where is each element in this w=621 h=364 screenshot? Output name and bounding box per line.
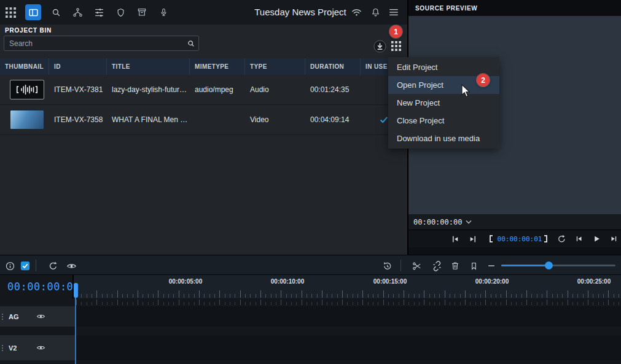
project-bin-panel: PROJECT BIN THUMBNAIL ID TITLE MIMETYPE … <box>0 25 407 255</box>
cell-mimetype: audio/mpeg <box>190 85 245 94</box>
source-preview-title: SOURCE PREVIEW <box>408 5 477 12</box>
cut-scissors-icon[interactable] <box>410 260 423 272</box>
step-annotation-1: 1 <box>389 25 402 38</box>
col-mimetype[interactable]: MIMETYPE <box>190 58 245 75</box>
search-box <box>4 36 199 51</box>
col-id[interactable]: ID <box>49 58 107 75</box>
ruler-label: 00:00:05:00 <box>169 278 202 285</box>
workflow-icon[interactable] <box>71 6 84 19</box>
source-preview-header: SOURCE PREVIEW <box>408 0 621 16</box>
toolbar-divider <box>36 260 36 271</box>
audio-waveform-thumbnail <box>10 80 44 99</box>
zoom-slider-fill <box>501 265 549 266</box>
ruler-label: 00:00:15:00 <box>373 278 407 285</box>
media-table-header: THUMBNAIL ID TITLE MIMETYPE TYPE DURATIO… <box>0 58 407 75</box>
ruler-subticks-strip <box>76 298 621 306</box>
col-type[interactable]: TYPE <box>245 58 305 75</box>
timeline-timecode-box: 00:00:00:00 <box>0 275 74 298</box>
drag-handle-icon[interactable] <box>2 314 3 320</box>
track-name: AG <box>9 313 36 320</box>
project-bin-view-icon[interactable] <box>25 4 41 20</box>
cell-type: Audio <box>245 85 305 94</box>
track-v2-lane[interactable] <box>76 335 621 360</box>
ruler-label: 00:00:20:00 <box>475 278 509 285</box>
toolbar-divider <box>400 260 401 271</box>
cell-id: ITEM-VX-7358 <box>49 115 107 124</box>
zoom-out-icon[interactable] <box>485 260 498 272</box>
cell-title: lazy-day-stylish-futur… <box>107 85 190 94</box>
track-row-v2: V2 <box>0 335 621 360</box>
unlink-icon[interactable] <box>431 260 443 272</box>
project-actions-grid-icon[interactable] <box>389 39 403 53</box>
ruler-second-ticks <box>76 290 621 298</box>
mark-duration-timecode: 00:00:00:01 <box>495 230 544 248</box>
playhead-handle[interactable] <box>74 283 78 298</box>
transport-bar: 00:00:00:01 <box>408 230 621 247</box>
chevron-down-icon[interactable] <box>466 220 472 224</box>
shield-icon[interactable] <box>114 6 127 19</box>
timeline-ruler[interactable]: 00:00:05:00 00:00:10:00 00:00:15:00 00:0… <box>74 275 621 298</box>
apps-grid-icon[interactable] <box>4 6 17 19</box>
ruler-label: 00:00:10:00 <box>271 278 304 285</box>
multi-select-check-icon[interactable] <box>19 260 31 272</box>
track-ag-lane[interactable] <box>76 306 621 327</box>
goto-mark-in-icon[interactable] <box>449 233 461 245</box>
drag-handle-icon[interactable] <box>2 345 3 351</box>
col-thumbnail[interactable]: THUMBNAIL <box>0 58 49 75</box>
filters-sliders-icon[interactable] <box>92 6 106 19</box>
mark-out-bracket-icon <box>544 235 547 242</box>
delete-trash-icon[interactable] <box>449 260 461 272</box>
marker-icon[interactable] <box>467 260 480 272</box>
ruler-label: 00:00:25:00 <box>577 278 611 285</box>
history-icon[interactable] <box>381 260 393 272</box>
timeline-current-timecode: 00:00:00:00 <box>0 281 80 293</box>
play-icon[interactable] <box>590 233 603 245</box>
menu-item-new-project[interactable]: New Project <box>388 94 499 112</box>
table-row-video[interactable]: ITEM-VX-7358 WHAT A FINAL Men … Video 00… <box>0 105 407 135</box>
cell-type: Video <box>245 115 305 124</box>
cell-duration: 00:04:09:14 <box>305 115 361 124</box>
loop-playback-icon[interactable] <box>555 233 567 245</box>
project-title: Tuesday News Project <box>254 0 346 25</box>
track-visibility-eye-icon[interactable] <box>36 343 46 353</box>
info-icon[interactable] <box>4 260 16 272</box>
project-bin-label: PROJECT BIN <box>5 27 52 34</box>
next-frame-icon[interactable] <box>607 233 620 245</box>
menu-item-download-in-use-media[interactable]: Download in use media <box>388 130 499 147</box>
prev-frame-icon[interactable] <box>573 233 585 245</box>
wifi-status-icon[interactable] <box>350 0 363 25</box>
track-ag-header[interactable]: AG <box>0 306 76 327</box>
preview-timecode: 00:00:00:00 <box>408 218 462 227</box>
track-v2-header[interactable]: V2 <box>0 335 76 360</box>
video-frame-thumbnail <box>10 110 44 130</box>
goto-mark-out-icon[interactable] <box>466 233 478 245</box>
archive-icon[interactable] <box>135 6 149 19</box>
track-name: V2 <box>9 344 36 352</box>
media-table: THUMBNAIL ID TITLE MIMETYPE TYPE DURATIO… <box>0 58 407 135</box>
microphone-icon[interactable] <box>157 6 170 19</box>
col-duration[interactable]: DURATION <box>305 58 361 75</box>
playhead-line <box>75 298 76 364</box>
table-row-audio[interactable]: ITEM-VX-7381 lazy-day-stylish-futur… aud… <box>0 75 407 105</box>
zoom-slider-thumb[interactable] <box>545 261 553 269</box>
undo-icon[interactable] <box>47 260 59 272</box>
track-row-ag: AG <box>0 306 621 327</box>
cell-title: WHAT A FINAL Men … <box>107 115 190 124</box>
search-icon[interactable] <box>49 6 63 19</box>
menu-item-close-project[interactable]: Close Project <box>388 112 499 130</box>
hamburger-menu-icon[interactable] <box>387 0 400 25</box>
timeline-toolbar <box>0 255 621 275</box>
notifications-bell-icon[interactable] <box>369 0 382 25</box>
track-visibility-icon[interactable] <box>65 260 77 272</box>
col-title[interactable]: TITLE <box>107 58 190 75</box>
topbar: Tuesday News Project <box>0 0 407 25</box>
search-magnifier-icon <box>187 39 195 48</box>
app-root: Tuesday News Project PROJECT BIN THUM <box>0 0 621 364</box>
track-visibility-eye-icon[interactable] <box>36 311 46 322</box>
download-icon[interactable] <box>373 39 386 53</box>
timeline-panel: 00:00:00:00 00:00:05:00 00:00:10:00 00:0… <box>0 255 621 364</box>
cell-id: ITEM-VX-7381 <box>49 85 107 94</box>
preview-timecode-row: 00:00:00:00 <box>408 214 621 230</box>
zoom-slider[interactable] <box>501 265 615 266</box>
search-input[interactable] <box>4 36 198 50</box>
